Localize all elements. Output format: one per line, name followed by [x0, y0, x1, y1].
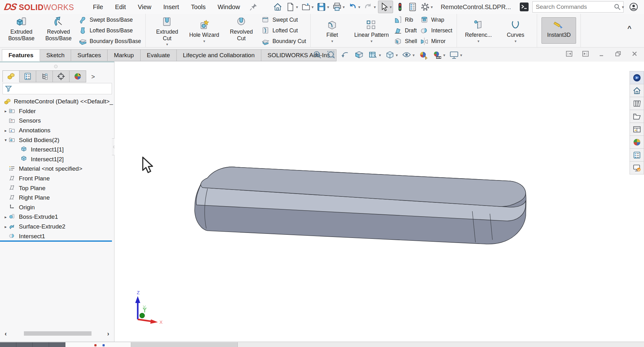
tree-item-right-plane[interactable]: Right Plane	[0, 193, 114, 203]
draft-button[interactable]: Draft	[394, 26, 417, 35]
intersect-button[interactable]: Intersect	[420, 26, 452, 35]
curves-dropdown-caret[interactable]: ▾	[514, 39, 516, 43]
tab-sketch[interactable]: Sketch	[40, 49, 71, 61]
dropdown-caret[interactable]: ▾	[296, 5, 298, 9]
appearances-scenes-button[interactable]	[630, 136, 644, 149]
hole-wizard-dropdown-caret[interactable]: ▾	[203, 39, 205, 43]
collapse-ribbon-icon[interactable]: ^	[627, 25, 631, 33]
options-gear-button[interactable]: ▾	[419, 1, 434, 13]
hole-wizard-button[interactable]: Hole Wizard▾	[187, 18, 221, 43]
dock-pane-left-icon[interactable]	[565, 50, 573, 58]
reference-geometry-button[interactable]: Referenc...▾	[461, 18, 495, 43]
select-button[interactable]: ▾	[378, 1, 393, 13]
redo-button[interactable]: ▾	[363, 1, 377, 13]
file-explorer-button[interactable]	[630, 110, 644, 123]
edit-appearance-button[interactable]	[418, 49, 429, 61]
view-settings-dropdown-caret[interactable]: ▾	[460, 53, 462, 58]
search-icon[interactable]	[613, 3, 621, 11]
fillet-button[interactable]: Fillet▾	[315, 18, 349, 43]
menu-tools[interactable]: Tools	[191, 3, 206, 11]
dock-pane-right-icon[interactable]	[582, 50, 589, 58]
feature-panel-tab-dimxpert[interactable]	[53, 70, 69, 82]
3dexperience-marketplace-button[interactable]	[630, 71, 644, 84]
user-account-icon[interactable]	[629, 3, 638, 11]
menu-view[interactable]: View	[138, 3, 151, 11]
open-dropdown-caret[interactable]: ▾	[312, 5, 314, 9]
feature-panel-tab-property-manager[interactable]	[19, 70, 36, 82]
redo-dropdown-caret[interactable]: ▾	[374, 5, 376, 9]
tree-filter-box[interactable]	[3, 83, 112, 94]
zoom-to-fit-button[interactable]	[312, 49, 323, 61]
expand-arrow-collapsed-icon[interactable]: ▸	[3, 109, 9, 113]
graphics-viewport[interactable]: Z X Y	[114, 62, 644, 342]
undo-button[interactable]: ▾	[347, 1, 361, 13]
command-prompt-icon[interactable]	[519, 2, 529, 12]
extruded-boss-button[interactable]: Extruded Boss/Base	[4, 14, 38, 47]
view-palette-button[interactable]	[630, 123, 644, 136]
lofted-cut-button[interactable]: Lofted Cut	[261, 26, 306, 35]
solidworks-forum-button[interactable]	[630, 162, 644, 174]
tab-surfaces[interactable]: Surfaces	[71, 49, 108, 61]
apply-scene-button[interactable]: ▾	[432, 49, 446, 61]
options-gear-dropdown-caret[interactable]: ▾	[431, 5, 433, 9]
swept-cut-button[interactable]: Swept Cut	[261, 15, 306, 25]
tab-evaluate[interactable]: Evaluate	[141, 49, 177, 61]
home-button[interactable]	[272, 1, 283, 13]
search-dropdown-caret[interactable]: ▾	[622, 5, 624, 9]
boundary-cut-button[interactable]: Boundary Cut	[261, 36, 306, 46]
close-document-icon[interactable]	[631, 50, 638, 58]
tree-item-intersect1-1-[interactable]: Intersect1[1]	[0, 145, 114, 155]
model-tab-partial[interactable]	[65, 342, 131, 347]
design-checker-button[interactable]	[407, 1, 418, 13]
annotation-views-dropdown-caret[interactable]: ▾	[379, 53, 381, 58]
feature-panel-expand-arrow[interactable]: >	[86, 71, 100, 82]
tree-item-solid-bodies-2-[interactable]: ▾Solid Bodies(2)	[0, 135, 114, 145]
feature-panel-tab-display-manager[interactable]	[69, 70, 86, 82]
linear-pattern-button[interactable]: Linear Pattern▾	[352, 18, 391, 43]
zoom-to-area-button[interactable]	[326, 49, 337, 61]
tree-item-origin[interactable]: Origin	[0, 203, 114, 212]
reference-geometry-dropdown-caret[interactable]: ▾	[477, 39, 479, 43]
menu-window[interactable]: Window	[218, 3, 240, 11]
expand-arrow-collapsed-icon[interactable]: ▸	[3, 215, 9, 219]
print-dropdown-caret[interactable]: ▾	[343, 5, 345, 9]
restore-document-icon[interactable]	[614, 50, 622, 58]
tab-markup[interactable]: Markup	[108, 49, 140, 61]
minimize-document-icon[interactable]	[598, 50, 606, 58]
menu-edit[interactable]: Edit	[115, 3, 126, 11]
tree-item-boss-extrude1[interactable]: ▸Boss-Extrude1	[0, 212, 114, 222]
extruded-cut-dropdown-caret[interactable]: ▾	[166, 42, 168, 46]
scroll-right-arrow-icon[interactable]: ›	[103, 330, 114, 337]
tree-item-sensors[interactable]: Sensors	[0, 116, 114, 126]
tree-item-annotations[interactable]: ▸AAnnotations	[0, 126, 114, 135]
panel-horizontal-scrollbar[interactable]: ‹ ›	[0, 329, 114, 338]
apply-scene-dropdown-caret[interactable]: ▾	[443, 53, 446, 58]
scrollbar-track[interactable]	[11, 331, 103, 336]
linear-pattern-dropdown-caret[interactable]: ▾	[370, 39, 372, 43]
mirror-button[interactable]: Mirror	[420, 36, 452, 46]
tab-lifecycle-and-collaboration[interactable]: Lifecycle and Collaboration	[177, 49, 261, 61]
tree-item-material-not-specified-[interactable]: Material <not specified>	[0, 164, 114, 174]
search-commands-input[interactable]	[535, 3, 613, 11]
solidworks-resources-home-button[interactable]	[630, 84, 644, 97]
select-dropdown-caret[interactable]: ▾	[390, 5, 392, 9]
revolved-boss-button[interactable]: Revolved Boss/Base	[42, 14, 75, 47]
tree-item-intersect1[interactable]: Intersect1	[0, 231, 114, 241]
view-orientation-button[interactable]: ▾	[384, 49, 399, 61]
custom-properties-button[interactable]	[630, 149, 644, 162]
hide-show-items-button[interactable]: ▾	[401, 49, 415, 61]
tree-root-item[interactable]: RemoteControl (Default) <<Default>_	[0, 97, 114, 107]
tree-item-folder[interactable]: ▸Folder	[0, 107, 114, 116]
boundary-boss-base-button[interactable]: Boundary Boss/Base	[79, 36, 141, 46]
expand-arrow-expanded-icon[interactable]: ▾	[3, 138, 9, 142]
scrollbar-thumb[interactable]	[24, 331, 92, 336]
instant3d-button[interactable]: Instant3D	[541, 17, 576, 44]
menu-file[interactable]: File	[93, 3, 103, 11]
section-view-button[interactable]	[353, 49, 365, 61]
feature-panel-tab-design-tree[interactable]	[3, 70, 19, 82]
tab-features[interactable]: Features	[2, 49, 40, 61]
expand-arrow-collapsed-icon[interactable]: ▸	[3, 128, 9, 133]
annotation-views-button[interactable]: ▾	[367, 49, 382, 61]
revolved-cut-button[interactable]: Revolved Cut	[224, 14, 258, 47]
menu-insert[interactable]: Insert	[163, 3, 179, 11]
